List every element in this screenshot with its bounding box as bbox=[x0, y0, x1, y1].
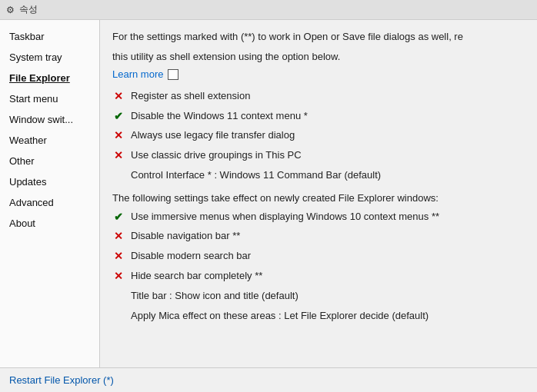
content-area: For the settings marked with (**) to wor… bbox=[100, 20, 537, 390]
learn-more-link[interactable]: Learn more bbox=[112, 68, 163, 80]
icon-x-3: ✕ bbox=[112, 128, 125, 144]
title-bar-row[interactable]: Title bar : Show icon and title (default… bbox=[112, 287, 525, 305]
icon-x-4: ✕ bbox=[112, 148, 125, 164]
sidebar-item-start-menu[interactable]: Start menu bbox=[0, 88, 99, 109]
learn-more-checkbox[interactable] bbox=[168, 69, 178, 80]
mica-effect-row[interactable]: Apply Mica effect on these areas : Let F… bbox=[112, 307, 525, 325]
icon-x-6: ✕ bbox=[112, 229, 125, 244]
sidebar-item-system-tray[interactable]: System tray bbox=[0, 47, 99, 68]
icon-check-2: ✔ bbox=[112, 109, 125, 125]
sidebar-item-taskbar[interactable]: Taskbar bbox=[0, 26, 99, 47]
setting-label-2: Disable the Windows 11 context menu * bbox=[131, 109, 308, 123]
control-interface-row[interactable]: Control Interface * : Windows 11 Command… bbox=[112, 166, 525, 184]
setting-label-1: Register as shell extension bbox=[131, 89, 250, 103]
setting-row-8[interactable]: ✕ Hide search bar completely ** bbox=[112, 267, 525, 286]
icon-check-5: ✔ bbox=[112, 210, 125, 225]
setting-row-3[interactable]: ✕ Always use legacy file transfer dialog bbox=[112, 127, 525, 145]
setting-row-2[interactable]: ✔ Disable the Windows 11 context menu * bbox=[112, 108, 525, 126]
sidebar-item-other[interactable]: Other bbox=[0, 151, 99, 171]
sidebar-item-file-explorer[interactable]: File Explorer bbox=[0, 68, 99, 88]
setting-label-3: Always use legacy file transfer dialog bbox=[131, 128, 295, 142]
sidebar-item-updates[interactable]: Updates bbox=[0, 171, 99, 192]
setting-label-8: Hide search bar completely ** bbox=[131, 269, 262, 283]
title-bar-icon: ⚙ bbox=[6, 5, 15, 15]
footer: Restart File Explorer (*) bbox=[0, 367, 537, 392]
sidebar-item-window-switcher[interactable]: Window swit... bbox=[0, 109, 99, 130]
setting-row-7[interactable]: ✕ Disable modern search bar bbox=[112, 247, 525, 266]
section-note: The following settings take effect on ne… bbox=[112, 191, 525, 205]
setting-label-7: Disable modern search bar bbox=[131, 249, 251, 263]
setting-label-6: Disable navigation bar ** bbox=[131, 229, 240, 243]
title-bar: ⚙ 속성 bbox=[0, 0, 537, 20]
main-container: Taskbar System tray File Explorer Start … bbox=[0, 20, 537, 390]
icon-x-7: ✕ bbox=[112, 249, 125, 264]
restart-file-explorer-link[interactable]: Restart File Explorer (*) bbox=[9, 374, 114, 386]
title-bar-title: 속성 bbox=[19, 3, 38, 16]
setting-row-4[interactable]: ✕ Use classic drive groupings in This PC bbox=[112, 147, 525, 165]
info-line-2: this utility as shell extension using th… bbox=[112, 49, 525, 65]
sidebar-item-weather[interactable]: Weather bbox=[0, 130, 99, 151]
setting-label-4: Use classic drive groupings in This PC bbox=[131, 148, 302, 162]
setting-row-1[interactable]: ✕ Register as shell extension bbox=[112, 88, 525, 106]
setting-row-5[interactable]: ✔ Use immersive menus when displaying Wi… bbox=[112, 208, 525, 227]
learn-more-row: Learn more bbox=[112, 68, 525, 80]
sidebar-item-about[interactable]: About bbox=[0, 213, 99, 234]
icon-x-8: ✕ bbox=[112, 269, 125, 284]
sidebar-item-advanced[interactable]: Advanced bbox=[0, 192, 99, 213]
icon-x-1: ✕ bbox=[112, 89, 125, 105]
info-line-1: For the settings marked with (**) to wor… bbox=[112, 29, 525, 45]
setting-label-5: Use immersive menus when displaying Wind… bbox=[131, 210, 439, 224]
setting-row-6[interactable]: ✕ Disable navigation bar ** bbox=[112, 228, 525, 246]
sidebar: Taskbar System tray File Explorer Start … bbox=[0, 20, 100, 390]
